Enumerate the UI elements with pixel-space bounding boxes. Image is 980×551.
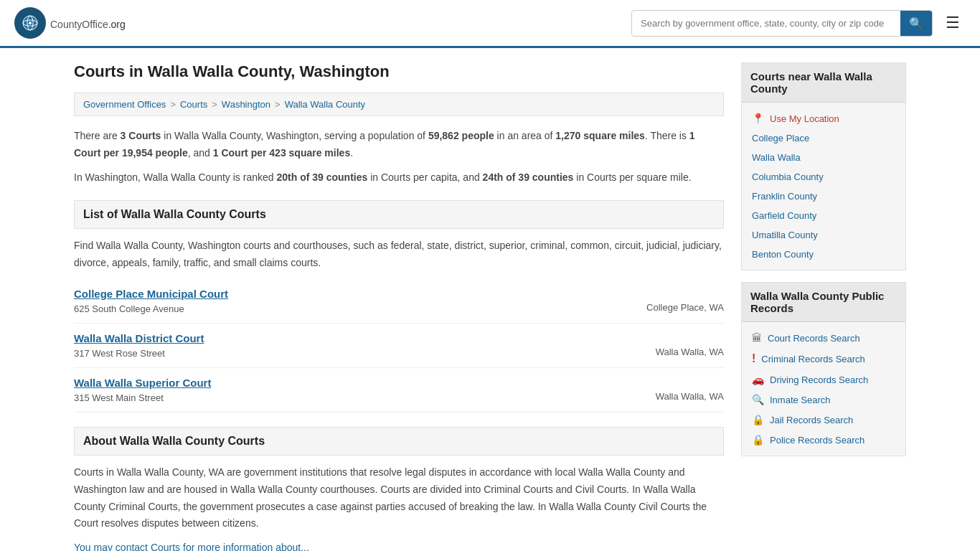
walla-walla-link[interactable]: Walla Walla [752,152,801,163]
header-actions: 🔍 ☰ [631,10,966,37]
sidebar-jail-records[interactable]: 🔒 Jail Records Search [742,410,905,430]
menu-icon: ☰ [946,14,960,32]
more-info-link[interactable]: You may contact Courts for more informat… [74,540,724,551]
umatilla-county-link[interactable]: Umatilla County [752,230,818,240]
about-text: Courts in Walla Walla County, WA are gov… [74,464,724,532]
court-records-icon: 🏛 [752,332,762,344]
sidebar-near-section: Courts near Walla Walla County 📍 Use My … [741,62,906,270]
area: 1,270 square miles [555,130,645,141]
intro-paragraph-1: There are 3 Courts in Walla Walla County… [74,128,724,162]
jail-records-link[interactable]: Jail Records Search [770,415,853,425]
driving-records-link[interactable]: Driving Records Search [770,375,868,385]
police-records-icon: 🔒 [752,434,764,446]
logo[interactable]: CountyOffice.org [14,7,126,39]
criminal-records-link[interactable]: Criminal Records Search [761,354,865,364]
menu-button[interactable]: ☰ [940,11,966,35]
use-location-link[interactable]: Use My Location [770,113,839,124]
garfield-county-link[interactable]: Garfield County [752,210,816,221]
inmate-search-link[interactable]: Inmate Search [770,395,831,405]
sidebar-records-section: Walla Walla County Public Records 🏛 Cour… [741,282,906,456]
police-records-link[interactable]: Police Records Search [770,435,864,446]
sidebar-near-umatilla[interactable]: Umatilla County [742,225,905,245]
main-content: Courts in Walla Walla County, Washington… [74,62,724,551]
court-item-1: College Place Municipal Court 625 South … [74,279,724,324]
sidebar-near-walla-walla[interactable]: Walla Walla [742,148,905,167]
sidebar-near-college-place[interactable]: College Place [742,128,905,148]
sidebar-inmate-search[interactable]: 🔍 Inmate Search [742,390,905,410]
sidebar-near-franklin[interactable]: Franklin County [742,187,905,206]
logo-icon [14,7,46,39]
sidebar-near-header: Courts near Walla Walla County [742,63,905,103]
court-per-sqmile: 1 Court per 423 square miles [213,147,350,159]
search-input[interactable] [632,12,900,34]
search-bar[interactable]: 🔍 [631,10,933,37]
location-pin-icon: 📍 [752,113,764,124]
court-info-1: College Place Municipal Court 625 South … [74,288,228,314]
breadcrumb-sep-3: > [275,99,281,110]
breadcrumb-sep-2: > [212,99,217,110]
criminal-records-icon: ! [752,352,755,365]
franklin-county-link[interactable]: Franklin County [752,191,817,202]
court-address-1: 625 South College Avenue [74,303,184,314]
intro-paragraph-2: In Washington, Walla Walla County is ran… [74,169,724,187]
breadcrumb-item-gov[interactable]: Government Offices [83,99,166,110]
court-name-3[interactable]: Walla Walla Superior Court [74,377,211,389]
jail-records-icon: 🔒 [752,414,764,425]
logo-text: CountyOffice.org [50,15,126,32]
court-item-2: Walla Walla District Court 317 West Rose… [74,324,724,368]
sidebar-near-benton[interactable]: Benton County [742,245,905,264]
breadcrumb-item-state[interactable]: Washington [222,99,270,110]
sidebar-records-body: 🏛 Court Records Search ! Criminal Record… [742,322,905,456]
site-header: CountyOffice.org 🔍 ☰ [0,0,980,48]
rank-sqmile: 24th of 39 counties [483,171,574,183]
college-place-link[interactable]: College Place [752,133,809,143]
inmate-search-icon: 🔍 [752,394,764,405]
sidebar-use-location[interactable]: 📍 Use My Location [742,108,905,128]
court-records-link[interactable]: Court Records Search [768,333,860,344]
columbia-county-link[interactable]: Columbia County [752,171,824,182]
breadcrumb-item-county[interactable]: Walla Walla County [285,99,365,110]
court-location-2: Walla Walla, WA [656,332,724,357]
court-address-3: 315 West Main Street [74,392,164,403]
about-section-header: About Walla Walla County Courts [74,427,724,456]
search-button[interactable]: 🔍 [900,11,932,36]
sidebar-near-garfield[interactable]: Garfield County [742,206,905,225]
court-info-2: Walla Walla District Court 317 West Rose… [74,332,204,359]
sidebar-near-columbia[interactable]: Columbia County [742,167,905,187]
sidebar-near-body: 📍 Use My Location College Place Walla Wa… [742,103,905,270]
search-icon: 🔍 [909,17,923,29]
benton-county-link[interactable]: Benton County [752,249,814,260]
sidebar-court-records[interactable]: 🏛 Court Records Search [742,328,905,348]
population: 59,862 people [428,130,494,141]
breadcrumb-item-courts[interactable]: Courts [180,99,207,110]
list-section-header: List of Walla Walla County Courts [74,200,724,229]
sidebar-records-header: Walla Walla County Public Records [742,283,905,322]
courts-count: 3 Courts [121,130,161,141]
sidebar-driving-records[interactable]: 🚗 Driving Records Search [742,369,905,390]
court-name-1[interactable]: College Place Municipal Court [74,288,228,300]
page-title: Courts in Walla Walla County, Washington [74,62,724,81]
court-address-2: 317 West Rose Street [74,348,165,359]
rank-capita: 20th of 39 counties [276,171,367,183]
sidebar-police-records[interactable]: 🔒 Police Records Search [742,430,905,450]
breadcrumb: Government Offices > Courts > Washington… [74,93,724,116]
svg-point-4 [29,22,32,24]
breadcrumb-sep-1: > [170,99,176,110]
sidebar-criminal-records[interactable]: ! Criminal Records Search [742,348,905,369]
court-location-1: College Place, WA [646,288,724,313]
sidebar: Courts near Walla Walla County 📍 Use My … [741,62,906,551]
page-container: Courts in Walla Walla County, Washington… [60,48,920,551]
court-location-3: Walla Walla, WA [656,377,724,402]
list-description: Find Walla Walla County, Washington cour… [74,237,724,272]
court-item-3: Walla Walla Superior Court 315 West Main… [74,368,724,413]
court-name-2[interactable]: Walla Walla District Court [74,332,204,344]
driving-records-icon: 🚗 [752,374,764,385]
court-info-3: Walla Walla Superior Court 315 West Main… [74,377,211,403]
